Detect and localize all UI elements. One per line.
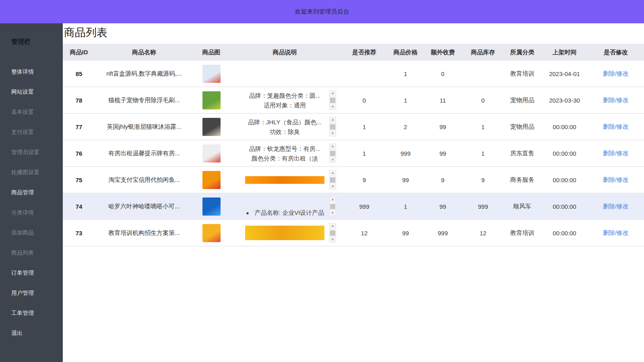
scroll-thumb[interactable] xyxy=(330,124,335,130)
actions-cell: 删除/修改 xyxy=(588,87,644,113)
stock-cell: 1 xyxy=(463,113,503,140)
product-id-cell: 77 xyxy=(63,113,95,140)
sidebar-item-添加商品[interactable]: 添加商品 xyxy=(0,222,63,243)
sidebar-item-工单管理[interactable]: 工单管理 xyxy=(0,303,63,323)
product-desc-cell: ▲▼ xyxy=(229,167,340,193)
time-cell: 00:00:00 xyxy=(541,220,588,246)
desc-scrollbar[interactable]: ▲▼ xyxy=(329,170,336,189)
price-cell: 99 xyxy=(388,167,423,193)
delete-link[interactable]: 删除 xyxy=(603,229,615,236)
edit-link[interactable]: 修改 xyxy=(617,150,629,156)
desc-bullet-text: ●产品名称: 企业VI设计产品 xyxy=(244,197,326,216)
price-cell: 1 xyxy=(388,61,423,87)
edit-link[interactable]: 修改 xyxy=(617,123,629,130)
table-row: 76有房出租温馨提示牌有房...品牌：钦龙惠型号：有房...颜色分类：有房出租（… xyxy=(63,140,644,167)
product-id-cell: 78 xyxy=(63,87,95,113)
scroll-thumb[interactable] xyxy=(330,230,335,236)
desc-scrollbar[interactable]: ▲▼ xyxy=(329,117,336,136)
product-desc-cell: 品牌：JHLY（食品）颜色...功效：除臭▲▼ xyxy=(229,113,340,140)
scroll-down-icon[interactable]: ▼ xyxy=(331,212,334,215)
scroll-up-icon[interactable]: ▲ xyxy=(331,118,334,121)
price-cell: 1 xyxy=(388,193,423,220)
product-name-cell: 猫梳子宠物专用除浮毛刷... xyxy=(95,87,193,113)
delete-link[interactable]: 删除 xyxy=(603,203,615,210)
sidebar-item-商品列表[interactable]: 商品列表 xyxy=(0,243,63,263)
welcome-banner: 欢迎来到管理员后台 xyxy=(0,0,644,23)
category-cell: 宠物用品 xyxy=(503,87,541,113)
extra-fee-cell: 99 xyxy=(423,140,463,167)
actions-cell: 删除/修改 xyxy=(588,61,644,87)
column-header-商品说明: 商品说明 xyxy=(229,44,340,61)
edit-link[interactable]: 修改 xyxy=(617,97,629,103)
recommend-cell: 1 xyxy=(340,113,388,140)
desc-inner: ▲▼ xyxy=(229,220,340,246)
actions-cell: 删除/修改 xyxy=(588,220,644,246)
sidebar-item-整体详情[interactable]: 整体详情 xyxy=(0,62,63,82)
price-cell: 99 xyxy=(388,220,423,246)
product-thumb-cell xyxy=(193,193,229,220)
scroll-up-icon[interactable]: ▲ xyxy=(331,171,334,175)
cat-comb-thumb-image xyxy=(202,91,221,109)
scroll-thumb[interactable] xyxy=(330,98,335,103)
product-name-cell: nft盲盒源码,数字典藏源码,... xyxy=(95,61,193,87)
actions-cell: 删除/修改 xyxy=(588,167,644,193)
stock-cell: 9 xyxy=(463,167,503,193)
column-header-商品图: 商品图 xyxy=(193,44,229,61)
time-cell: 2023-03-30 xyxy=(541,87,588,113)
recommend-cell: 999 xyxy=(340,193,388,220)
sidebar-item-轮播图设置[interactable]: 轮播图设置 xyxy=(0,162,63,182)
scroll-down-icon[interactable]: ▼ xyxy=(331,132,334,135)
scroll-thumb[interactable] xyxy=(330,204,335,209)
product-desc-cell xyxy=(229,61,340,87)
carpool-service-thumb-image xyxy=(202,197,221,216)
desc-scrollbar[interactable]: ▲▼ xyxy=(329,197,336,216)
scroll-down-icon[interactable]: ▼ xyxy=(331,185,334,188)
delete-link[interactable]: 删除 xyxy=(603,97,615,103)
scroll-down-icon[interactable]: ▼ xyxy=(331,238,334,241)
edit-link[interactable]: 修改 xyxy=(617,176,629,183)
price-cell: 1 xyxy=(388,87,423,113)
sidebar-item-退出[interactable]: 退出 xyxy=(0,323,63,343)
cat-shampoo-thumb-image xyxy=(202,118,221,136)
table-row: 85nft盲盒源码,数字典藏源码,...10教育培训2023-04-01删除/修… xyxy=(63,61,644,87)
actions-cell: 删除/修改 xyxy=(588,113,644,140)
extra-fee-cell: 99 xyxy=(423,113,463,140)
delete-link[interactable]: 删除 xyxy=(603,176,615,183)
delete-link[interactable]: 删除 xyxy=(603,123,615,130)
table-header-row: 商品ID商品名称商品图商品说明是否推荐商品价格额外收费商品库存所属分类上架时间是… xyxy=(63,44,644,61)
sidebar-item-用户管理[interactable]: 用户管理 xyxy=(0,283,63,303)
scroll-up-icon[interactable]: ▲ xyxy=(331,145,334,148)
recommend-cell xyxy=(340,61,388,87)
desc-inner: 品牌：JHLY（食品）颜色...功效：除臭▲▼ xyxy=(229,114,340,140)
edit-link[interactable]: 修改 xyxy=(617,229,629,236)
sidebar-item-订单管理[interactable]: 订单管理 xyxy=(0,263,63,283)
scroll-up-icon[interactable]: ▲ xyxy=(331,92,334,95)
sidebar-item-分类详情[interactable]: 分类详情 xyxy=(0,202,63,222)
desc-banner-image xyxy=(245,226,324,240)
scroll-down-icon[interactable]: ▼ xyxy=(331,105,334,109)
product-name-cell: 英国jhly银渐层猫咪沐浴露... xyxy=(95,113,193,140)
desc-inner: ●产品名称: 企业VI设计产品▲▼ xyxy=(229,193,340,219)
scroll-thumb[interactable] xyxy=(330,151,335,156)
desc-scrollbar[interactable]: ▲▼ xyxy=(329,144,336,163)
sidebar-item-网站设置[interactable]: 网站设置 xyxy=(0,82,63,102)
scroll-up-icon[interactable]: ▲ xyxy=(331,224,334,228)
scroll-up-icon[interactable]: ▲ xyxy=(331,198,334,201)
edit-link[interactable]: 修改 xyxy=(617,70,629,77)
sidebar-item-管理员设置[interactable]: 管理员设置 xyxy=(0,142,63,162)
delete-link[interactable]: 删除 xyxy=(603,70,615,77)
sidebar-item-支付设置[interactable]: 支付设置 xyxy=(0,122,63,142)
delete-link[interactable]: 删除 xyxy=(603,150,615,156)
scroll-thumb[interactable] xyxy=(330,177,335,183)
scroll-down-icon[interactable]: ▼ xyxy=(331,158,334,162)
sidebar-item-基本设置[interactable]: 基本设置 xyxy=(0,102,63,122)
sidebar-item-商品管理[interactable]: 商品管理 xyxy=(0,182,63,202)
product-name-cell: 教育培训机构招生方案策... xyxy=(95,220,193,246)
desc-scrollbar[interactable]: ▲▼ xyxy=(329,223,336,243)
desc-text: 品牌：钦龙惠型号：有房...颜色分类：有房出租（淡 xyxy=(244,144,326,162)
product-id-cell: 74 xyxy=(63,193,95,220)
desc-text: 品牌：笼趣颜色分类：圆...适用对象：通用 xyxy=(244,91,326,109)
edit-link[interactable]: 修改 xyxy=(617,203,629,210)
desc-scrollbar[interactable]: ▲▼ xyxy=(329,90,336,110)
column-header-商品价格: 商品价格 xyxy=(388,44,423,61)
